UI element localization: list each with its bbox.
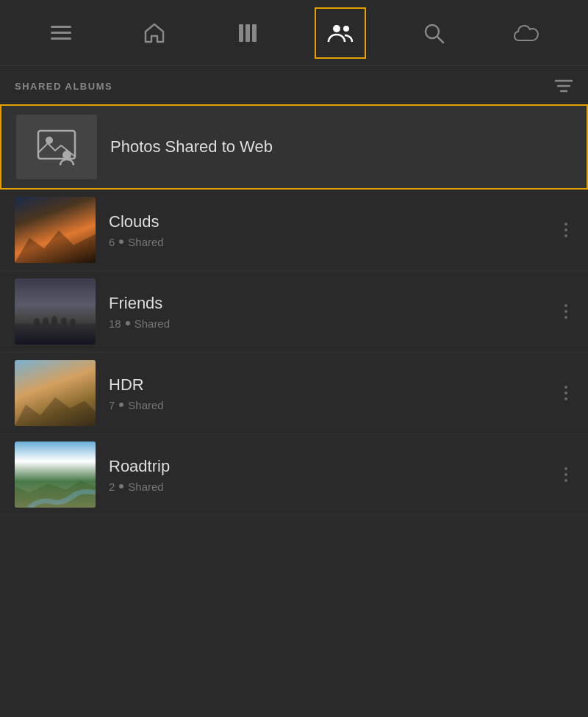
dot1 xyxy=(564,386,567,389)
dot-hdr xyxy=(119,403,123,407)
album-info-friends: Friends 18 Shared xyxy=(96,294,559,330)
album-shared-label-hdr: Shared xyxy=(128,399,163,411)
dot1 xyxy=(564,467,567,470)
album-count-hdr: 7 xyxy=(109,399,115,411)
svg-point-4 xyxy=(343,26,349,32)
more-options-hdr[interactable] xyxy=(559,380,573,406)
album-shared-label-friends: Shared xyxy=(135,317,170,330)
dot-roadtrip xyxy=(119,484,123,489)
svg-point-17 xyxy=(51,315,57,325)
dot1 xyxy=(564,304,567,307)
album-name-friends: Friends xyxy=(109,294,559,313)
nav-shared[interactable] xyxy=(315,7,366,59)
album-item-photos-shared-web[interactable]: Photos Shared to Web xyxy=(0,104,588,190)
people-icon xyxy=(327,21,354,45)
svg-point-18 xyxy=(61,317,67,325)
album-count-clouds: 6 xyxy=(109,236,115,248)
dot-clouds xyxy=(119,239,123,244)
album-thumbnail-clouds xyxy=(15,197,96,263)
more-options-friends[interactable] xyxy=(559,298,573,325)
album-name-roadtrip: Roadtrip xyxy=(109,457,559,476)
svg-point-19 xyxy=(70,318,76,325)
svg-rect-0 xyxy=(239,24,243,42)
dot3 xyxy=(564,479,567,482)
dot3 xyxy=(564,397,567,400)
album-name-photos-shared-web: Photos Shared to Web xyxy=(97,137,273,156)
svg-marker-14 xyxy=(15,323,96,345)
section-header: SHARED ALBUMS xyxy=(0,66,588,104)
nav-search[interactable] xyxy=(408,7,459,59)
album-info-hdr: HDR 7 Shared xyxy=(96,375,559,411)
album-item-friends[interactable]: Friends 18 Shared xyxy=(0,271,588,353)
search-icon xyxy=(423,22,445,44)
dot3 xyxy=(564,316,567,319)
album-shared-label-roadtrip: Shared xyxy=(128,480,163,493)
dot3 xyxy=(564,234,567,237)
album-thumbnail-friends xyxy=(15,278,96,345)
album-info-clouds: Clouds 6 Shared xyxy=(96,212,559,248)
section-title: SHARED ALBUMS xyxy=(15,81,112,92)
svg-point-16 xyxy=(43,317,49,325)
nav-library[interactable] xyxy=(222,7,273,59)
svg-marker-13 xyxy=(15,231,96,263)
svg-marker-20 xyxy=(15,397,96,426)
album-item-roadtrip[interactable]: Roadtrip 2 Shared xyxy=(0,434,588,516)
album-name-clouds: Clouds xyxy=(109,212,559,231)
album-info-roadtrip: Roadtrip 2 Shared xyxy=(96,457,559,493)
dot-friends xyxy=(126,321,130,325)
navbar xyxy=(0,0,588,66)
more-options-clouds[interactable] xyxy=(559,217,573,243)
album-meta-roadtrip: 2 Shared xyxy=(109,480,559,493)
svg-line-6 xyxy=(437,37,443,43)
album-shared-label-clouds: Shared xyxy=(128,236,163,248)
svg-point-11 xyxy=(46,137,53,144)
album-count-friends: 18 xyxy=(109,317,121,330)
nav-cloud[interactable] xyxy=(501,7,553,59)
svg-point-15 xyxy=(34,317,40,326)
dot2 xyxy=(564,310,567,313)
album-item-hdr[interactable]: HDR 7 Shared xyxy=(0,353,588,434)
album-name-hdr: HDR xyxy=(109,375,559,394)
cloud-icon xyxy=(513,23,541,43)
filter-button[interactable] xyxy=(554,78,573,94)
home-icon xyxy=(143,21,166,45)
dot2 xyxy=(564,228,567,231)
nav-menu[interactable] xyxy=(35,7,87,59)
hamburger-icon xyxy=(51,26,71,40)
more-options-roadtrip[interactable] xyxy=(559,461,573,488)
album-count-roadtrip: 2 xyxy=(109,480,115,493)
album-thumbnail-web-share xyxy=(16,115,97,179)
dot2 xyxy=(564,392,567,394)
svg-point-12 xyxy=(62,151,71,159)
nav-home[interactable] xyxy=(129,7,180,59)
album-list: Photos Shared to Web Clouds 6 Shared xyxy=(0,104,588,516)
album-meta-friends: 18 Shared xyxy=(109,317,559,330)
dot2 xyxy=(564,473,567,476)
album-meta-clouds: 6 Shared xyxy=(109,236,559,248)
library-icon xyxy=(236,21,259,45)
dot1 xyxy=(564,223,567,226)
album-thumbnail-hdr xyxy=(15,360,96,426)
svg-rect-2 xyxy=(252,24,257,42)
album-item-clouds[interactable]: Clouds 6 Shared xyxy=(0,190,588,271)
svg-rect-1 xyxy=(245,24,250,42)
album-thumbnail-roadtrip xyxy=(15,442,96,508)
album-meta-hdr: 7 Shared xyxy=(109,399,559,411)
svg-point-3 xyxy=(333,25,340,32)
